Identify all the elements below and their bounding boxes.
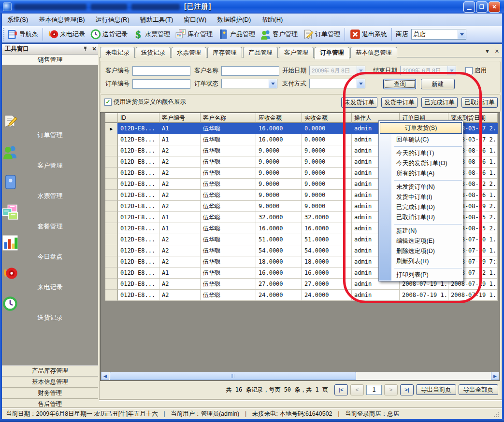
- row-selector-cell[interactable]: [105, 156, 118, 168]
- page-number-input[interactable]: [366, 385, 382, 395]
- sidebar-section-sales[interactable]: 销售管理: [2, 55, 98, 65]
- row-selector-cell[interactable]: [105, 179, 118, 190]
- close-button[interactable]: ✕: [489, 1, 500, 13]
- sidebar-item-3[interactable]: 套餐管理: [2, 204, 98, 231]
- sidebar-section-bar-0[interactable]: 产品库存管理: [2, 366, 98, 377]
- toolbar-button-0[interactable]: 导航条: [4, 28, 41, 41]
- chevron-down-icon[interactable]: [357, 66, 365, 75]
- menu-item-4[interactable]: 窗口(W): [178, 14, 212, 26]
- context-menu-item-14[interactable]: 删除选定项(D): [379, 246, 463, 256]
- context-menu-item-13[interactable]: 编辑选定项(E): [379, 236, 463, 246]
- row-selector-cell[interactable]: [105, 212, 118, 223]
- context-menu-item-12[interactable]: 新建(N): [379, 226, 463, 236]
- row-selector-cell[interactable]: [105, 134, 118, 145]
- grid-column-header-2[interactable]: 客户编号: [159, 113, 201, 123]
- sidebar-item-4[interactable]: 今日盘点: [2, 235, 98, 261]
- row-selector-cell[interactable]: [105, 290, 118, 301]
- pay-method-select[interactable]: [309, 79, 365, 88]
- context-menu-item-0[interactable]: 订单发货(S): [380, 122, 462, 134]
- sidebar-item-6[interactable]: 送货记录: [2, 295, 98, 322]
- tab-5[interactable]: 客户管理: [279, 47, 314, 58]
- pin-icon[interactable]: [83, 46, 90, 52]
- horizontal-scrollbar[interactable]: ◀ ▶: [101, 372, 499, 380]
- row-selector-cell[interactable]: [105, 279, 118, 290]
- chevron-down-icon[interactable]: [357, 79, 365, 88]
- row-selector-cell[interactable]: [105, 245, 118, 256]
- customer-name-input[interactable]: [221, 66, 279, 76]
- row-selector-cell[interactable]: [105, 267, 118, 279]
- scroll-left-icon[interactable]: ◀: [101, 372, 109, 380]
- status-filter-button-1[interactable]: 发货中订单: [381, 97, 418, 108]
- tab-3[interactable]: 库存管理: [207, 47, 242, 58]
- sidebar-section-bar-1[interactable]: 基本信息管理: [2, 377, 98, 388]
- grid-column-header-3[interactable]: 客户名称: [201, 113, 256, 123]
- status-filter-button-2[interactable]: 已完成订单: [421, 97, 458, 108]
- context-menu-item-3[interactable]: 今天的订单(T): [379, 148, 463, 158]
- toolbar-button-6[interactable]: 客户管理: [258, 28, 300, 41]
- enable-checkbox[interactable]: [465, 67, 473, 74]
- status-filter-button-3[interactable]: 已取消订单: [461, 97, 498, 108]
- toolbar-button-8[interactable]: 退出系统: [347, 28, 389, 41]
- sidebar-item-2[interactable]: 水票管理: [2, 174, 98, 200]
- toolbar-button-5[interactable]: 产品管理: [215, 28, 258, 41]
- context-menu-item-15[interactable]: 刷新列表(R): [379, 256, 463, 267]
- minimize-button[interactable]: ▁: [463, 1, 475, 13]
- context-menu-item-8[interactable]: 发货中订单(I): [379, 192, 463, 202]
- context-menu-item-4[interactable]: 今天的发货订单(O): [379, 158, 463, 169]
- end-date-picker[interactable]: 2009年 6月 8日: [400, 66, 456, 75]
- chevron-down-icon[interactable]: [269, 79, 277, 88]
- export-current-page-button[interactable]: 导出当前页: [416, 384, 456, 395]
- menu-item-6[interactable]: 帮助(H): [256, 14, 288, 26]
- grid-column-header-4[interactable]: 应收金额: [256, 113, 302, 123]
- context-menu-item-17[interactable]: 打印列表(P): [379, 270, 463, 280]
- row-selector-cell[interactable]: [105, 201, 118, 212]
- query-button[interactable]: 查询: [383, 79, 416, 89]
- menu-item-5[interactable]: 数据维护(D): [212, 14, 256, 26]
- tab-list-dropdown-icon[interactable]: ▼: [485, 48, 490, 55]
- status-filter-button-0[interactable]: 未发货订单: [341, 97, 377, 108]
- sidebar-item-1[interactable]: 客户管理: [2, 143, 98, 170]
- menu-item-2[interactable]: 运行信息(R): [90, 14, 135, 26]
- shop-select[interactable]: 总店: [411, 29, 466, 40]
- toolbar-button-2[interactable]: 送货记录: [87, 28, 130, 41]
- tab-2[interactable]: 水票管理: [172, 47, 206, 58]
- scroll-right-icon[interactable]: ▶: [491, 372, 499, 380]
- row-selector-cell[interactable]: [105, 168, 118, 179]
- customer-no-input[interactable]: [132, 66, 190, 76]
- row-selector-cell[interactable]: [105, 190, 118, 201]
- row-selector-cell[interactable]: [105, 223, 118, 234]
- menu-item-3[interactable]: 辅助工具(T): [135, 14, 179, 26]
- chevron-down-icon[interactable]: [458, 30, 466, 39]
- order-no-input[interactable]: [132, 79, 190, 89]
- start-date-picker[interactable]: 2009年 6月 8日: [309, 66, 365, 75]
- maximize-button[interactable]: ❐: [476, 1, 488, 13]
- row-selector-cell[interactable]: [105, 145, 118, 156]
- close-panel-icon[interactable]: ✕: [90, 46, 98, 52]
- sidebar-section-bar-2[interactable]: 财务管理: [2, 388, 98, 399]
- sidebar-item-0[interactable]: 订单管理: [2, 113, 98, 140]
- toolbar-button-4[interactable]: 库存管理: [173, 28, 215, 41]
- export-all-pages-button[interactable]: 导出全部页: [459, 384, 499, 395]
- tab-1[interactable]: 送货记录: [136, 47, 171, 58]
- next-page-button[interactable]: >: [384, 384, 398, 395]
- toolbar-button-7[interactable]: 订单管理: [300, 28, 343, 41]
- resize-grip[interactable]: [493, 412, 499, 418]
- new-button[interactable]: 新建: [421, 79, 455, 89]
- sidebar-item-5[interactable]: 来电记录: [2, 265, 98, 292]
- grid-column-header-1[interactable]: ID: [118, 113, 159, 123]
- order-status-select[interactable]: [221, 79, 277, 88]
- chevron-down-icon[interactable]: [447, 66, 456, 75]
- context-menu-item-7[interactable]: 未发货订单(N): [379, 182, 463, 192]
- menu-item-0[interactable]: 系统(S): [2, 14, 33, 26]
- toolbar-button-3[interactable]: $水票管理: [130, 28, 173, 41]
- grid-column-header-5[interactable]: 实收金额: [302, 113, 352, 123]
- row-selector-cell[interactable]: [105, 123, 118, 134]
- menu-item-1[interactable]: 基本信息管理(B): [33, 14, 90, 26]
- toolbar-button-1[interactable]: 来电记录: [45, 28, 87, 41]
- first-page-button[interactable]: |<: [334, 384, 348, 395]
- row-selector-cell[interactable]: [105, 256, 118, 267]
- row-selector-cell[interactable]: [105, 234, 118, 245]
- tab-0[interactable]: 来电记录: [100, 47, 135, 58]
- tab-close-icon[interactable]: ✕: [495, 48, 499, 55]
- context-menu-item-5[interactable]: 所有的订单(A): [379, 169, 463, 179]
